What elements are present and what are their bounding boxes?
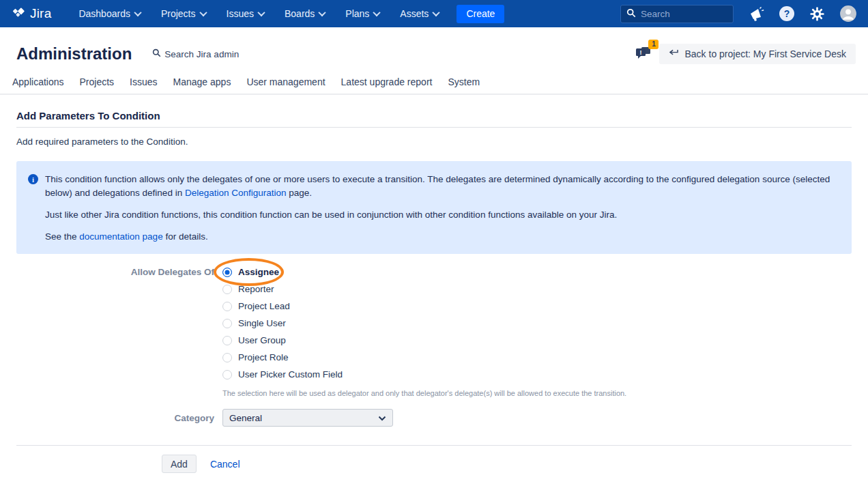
brand-name: Jira (30, 6, 51, 21)
navbar-search[interactable] (620, 5, 734, 23)
radio-option-user-picker-custom-field[interactable]: User Picker Custom Field (222, 366, 626, 383)
category-row: Category General (16, 409, 852, 427)
admin-search[interactable]: Search Jira admin (152, 48, 239, 59)
svg-text:?: ? (784, 8, 790, 19)
nav-item-label: Issues (227, 8, 254, 19)
nav-item-label: Dashboards (78, 8, 130, 19)
jira-logo-icon (11, 5, 26, 23)
radio-option-project-role[interactable]: Project Role (222, 349, 626, 366)
radio-label: Project Role (238, 352, 289, 362)
main-content: Add Parameters To Condition Add required… (0, 110, 868, 473)
chevron-down-icon (319, 9, 326, 16)
add-button[interactable]: Add (162, 455, 197, 473)
search-icon (152, 48, 161, 59)
nav-item-projects[interactable]: Projects (161, 8, 206, 19)
tab-issues[interactable]: Issues (130, 76, 157, 87)
radio-label: Assignee (238, 267, 279, 277)
svg-text:!: ! (640, 49, 642, 56)
chevron-down-icon (257, 9, 265, 16)
nav-item-boards[interactable]: Boards (285, 8, 325, 19)
radio-button[interactable] (222, 285, 232, 294)
search-input[interactable] (641, 9, 723, 19)
radio-button[interactable] (222, 353, 232, 362)
return-arrow-icon (669, 48, 679, 59)
delegates-row: Allow Delegates Of Assignee Reporter Pro… (16, 263, 852, 397)
chevron-down-icon (199, 9, 207, 16)
help-icon[interactable]: ? (779, 5, 795, 22)
radio-label: User Picker Custom Field (238, 369, 343, 380)
tab-manage-apps[interactable]: Manage apps (173, 76, 231, 87)
navbar-right: ? (620, 5, 857, 23)
section-subheading: Add required parameters to the Condition… (16, 137, 852, 147)
tab-latest-upgrade-report[interactable]: Latest upgrade report (341, 76, 433, 87)
nav-item-dashboards[interactable]: Dashboards (78, 8, 141, 19)
category-selected-value: General (229, 413, 262, 423)
radio-option-assignee[interactable]: Assignee (222, 263, 626, 281)
notification-badge: 1 (648, 40, 659, 49)
announcements-icon[interactable] (748, 5, 764, 22)
admin-search-label: Search Jira admin (164, 49, 239, 59)
tab-projects[interactable]: Projects (80, 76, 115, 87)
nav-item-plans[interactable]: Plans (345, 8, 379, 19)
info-text: See the (45, 231, 79, 242)
info-paragraph-3: See the documentation page for details. (45, 230, 838, 244)
radio-label: User Group (238, 335, 286, 345)
info-paragraph-1: This condition function allows only the … (45, 173, 838, 200)
delegates-label: Allow Delegates Of (16, 263, 222, 397)
user-avatar[interactable] (839, 5, 857, 23)
form-divider (16, 445, 852, 446)
info-text: Just like other Jira condition functions… (45, 210, 617, 220)
back-to-project-button[interactable]: Back to project: My First Service Desk (659, 44, 856, 64)
info-panel: i This condition function allows only th… (16, 161, 852, 254)
info-text: This condition function allows only the … (45, 174, 830, 198)
radio-button[interactable] (222, 370, 232, 380)
radio-label: Reporter (238, 284, 274, 294)
page-title: Administration (16, 44, 132, 63)
chevron-down-icon (134, 9, 141, 16)
radio-button[interactable] (222, 302, 232, 311)
nav-item-label: Boards (285, 8, 315, 19)
nav-item-assets[interactable]: Assets (400, 8, 439, 19)
top-navbar: Jira Dashboards Projects Issues Boards P… (0, 0, 868, 27)
radio-option-project-lead[interactable]: Project Lead (222, 298, 626, 315)
create-button[interactable]: Create (457, 5, 504, 23)
tab-user-management[interactable]: User management (246, 76, 325, 87)
admin-header: Administration Search Jira admin ! 1 (0, 27, 868, 76)
radio-option-single-user[interactable]: Single User (222, 315, 626, 332)
back-button-label: Back to project: My First Service Desk (684, 48, 846, 59)
section-heading: Add Parameters To Condition (16, 110, 852, 128)
info-panel-text: This condition function allows only the … (45, 173, 838, 244)
delegation-configuration-link[interactable]: Delegation Configuration (185, 188, 287, 198)
admin-header-right: ! 1 Back to project: My First Service De… (635, 44, 856, 64)
chevron-down-icon (378, 413, 386, 423)
cancel-link[interactable]: Cancel (210, 459, 240, 470)
chevron-down-icon (433, 9, 440, 16)
radio-option-reporter[interactable]: Reporter (222, 281, 626, 298)
jira-logo[interactable]: Jira (11, 5, 51, 23)
radio-label: Project Lead (238, 301, 290, 311)
notifications-icon[interactable]: ! 1 (635, 45, 652, 63)
info-icon: i (28, 174, 38, 184)
radio-button-checked[interactable] (222, 268, 232, 277)
tab-applications[interactable]: Applications (12, 76, 64, 87)
delegates-radio-group: Assignee Reporter Project Lead Single Us… (222, 263, 626, 397)
tab-system[interactable]: System (448, 76, 480, 87)
delegator-helper-text: The selection here will be used as deleg… (222, 389, 626, 397)
nav-item-label: Assets (400, 8, 429, 19)
radio-button[interactable] (222, 319, 232, 328)
radio-option-user-group[interactable]: User Group (222, 332, 626, 349)
chevron-down-icon (373, 9, 381, 16)
radio-button[interactable] (222, 336, 232, 345)
search-icon (626, 8, 636, 20)
gear-icon[interactable] (809, 6, 825, 22)
info-text: for details. (163, 231, 208, 242)
category-select[interactable]: General (222, 409, 393, 427)
radio-label: Single User (238, 318, 286, 328)
nav-item-label: Projects (161, 8, 196, 19)
category-label: Category (16, 413, 222, 423)
documentation-page-link[interactable]: documentation page (79, 231, 162, 242)
nav-item-issues[interactable]: Issues (227, 8, 264, 19)
info-text: page. (287, 188, 313, 198)
admin-tabs: Applications Projects Issues Manage apps… (0, 76, 868, 95)
form-buttons: Add Cancel (16, 455, 852, 473)
